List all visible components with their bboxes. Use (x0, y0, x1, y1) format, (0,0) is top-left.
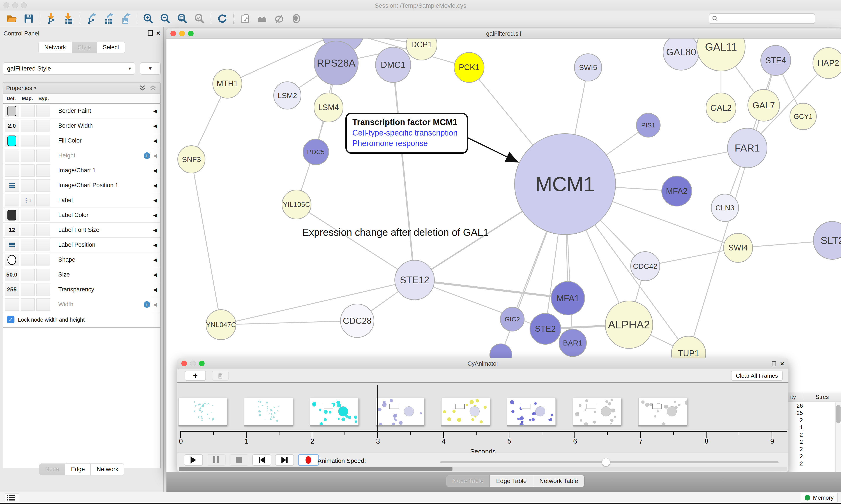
frame-thumbnail-8[interactable] (639, 398, 687, 426)
property-row-border-paint[interactable]: Border Paint ◀ (3, 104, 160, 119)
network-node-lsm4[interactable]: LSM4 (314, 93, 343, 122)
hide-graphics-icon[interactable] (272, 12, 287, 25)
network-node-dmc1[interactable]: DMC1 (375, 47, 411, 83)
mapping-cell[interactable] (21, 239, 35, 251)
ellipse-shape-icon[interactable] (7, 255, 16, 265)
default-cell[interactable] (5, 299, 19, 311)
mapping-cell[interactable] (21, 269, 35, 281)
tab-style[interactable]: Style (72, 41, 97, 53)
frame-thumbnail-4[interactable] (376, 398, 424, 426)
collapse-arrow-icon[interactable]: ◀ (153, 167, 157, 174)
clear-all-frames-button[interactable]: Clear All Frames (731, 371, 783, 381)
scrollbar-thumb[interactable] (836, 405, 841, 424)
annotation-link-1[interactable]: Cell-type-specific transcription (352, 128, 461, 138)
default-cell[interactable]: 12 (5, 224, 19, 236)
table-cell[interactable]: 2 (788, 446, 835, 453)
network-node-rps28a[interactable]: RPS28A (314, 41, 359, 85)
tab-node[interactable]: Node (39, 464, 65, 475)
info-icon[interactable]: i (144, 301, 150, 308)
export-network-icon[interactable] (84, 12, 99, 25)
float-panel-icon[interactable] (148, 30, 153, 36)
network-node-ste12[interactable]: STE12 (394, 260, 435, 300)
table-cell[interactable]: 1 (788, 424, 835, 431)
default-value[interactable]: 2.0 (8, 122, 16, 129)
expand-collapse-icons[interactable] (139, 85, 157, 91)
tab-network-table[interactable]: Network Table (533, 475, 585, 487)
close-panel-icon[interactable]: × (156, 30, 160, 36)
play-button[interactable] (184, 454, 203, 466)
property-row-image-chart-1[interactable]: Image/Chart 1 ◀ (3, 163, 160, 178)
bypass-cell[interactable] (36, 179, 50, 192)
close-panel-icon[interactable]: × (780, 361, 784, 366)
table-header-row[interactable]: ity Stres (788, 392, 841, 402)
save-icon[interactable] (21, 12, 36, 25)
info-icon[interactable]: i (144, 152, 150, 159)
network-node-mth1[interactable]: MTH1 (212, 69, 242, 98)
mapping-icon[interactable]: ⋮› (23, 197, 32, 204)
bypass-cell[interactable] (36, 254, 50, 266)
bypass-cell[interactable] (36, 209, 50, 221)
frame-thumbnail-5[interactable] (441, 398, 490, 426)
annotation-link-2[interactable]: Pheromone response (352, 139, 461, 148)
mapping-cell[interactable] (21, 299, 35, 311)
network-node-bar1[interactable]: BAR1 (559, 329, 587, 357)
show-panels-button[interactable] (5, 493, 19, 502)
collapse-arrow-icon[interactable]: ◀ (153, 138, 157, 144)
default-cell[interactable]: 2.0 (5, 120, 19, 132)
bypass-cell[interactable] (36, 284, 50, 296)
table-cell[interactable]: 26 (788, 402, 835, 410)
search-box[interactable] (709, 13, 815, 24)
network-node-ynl047c[interactable]: YNL047C (205, 309, 236, 340)
frame-thumbnail-6[interactable] (507, 398, 556, 426)
table-cell[interactable]: 2 (788, 453, 835, 460)
default-cell[interactable]: 255 (5, 284, 19, 296)
frame-thumbnail-7[interactable] (573, 398, 621, 426)
network-node-gal2[interactable]: GAL2 (706, 93, 736, 123)
bypass-cell[interactable] (36, 120, 50, 132)
network-node-snf3[interactable]: SNF3 (177, 145, 205, 174)
collapse-arrow-icon[interactable]: ◀ (153, 197, 157, 203)
network-node-lsm2[interactable]: LSM2 (273, 82, 301, 109)
default-cell[interactable]: 50.0 (5, 269, 19, 281)
default-cell[interactable] (5, 105, 19, 117)
properties-header[interactable]: Properties ▾ (3, 83, 160, 94)
checkbox-checked-icon[interactable]: ✓ (7, 316, 15, 323)
tab-node-table[interactable]: Node Table (446, 475, 490, 487)
network-node-gcy1[interactable]: GCY1 (789, 103, 817, 130)
position-icon[interactable] (9, 242, 15, 247)
network-node-swi4[interactable]: SWI4 (723, 233, 753, 263)
refresh-icon[interactable] (215, 12, 230, 25)
collapse-arrow-icon[interactable]: ◀ (153, 302, 157, 308)
table-column-ity[interactable]: ity (788, 394, 803, 400)
tab-edge[interactable]: Edge (65, 464, 91, 475)
property-row-fill-color[interactable]: Fill Color ◀ (3, 133, 160, 148)
open-folder-icon[interactable] (4, 12, 19, 25)
default-cell[interactable] (5, 179, 19, 192)
property-row-width[interactable]: Width i ◀ (3, 297, 160, 312)
property-row-height[interactable]: Height i ◀ (3, 148, 160, 163)
network-node-ste2[interactable]: STE2 (530, 313, 561, 345)
bypass-cell[interactable] (36, 194, 50, 206)
tab-network[interactable]: Network (91, 464, 124, 475)
collapse-arrow-icon[interactable]: ◀ (153, 123, 157, 129)
collapse-arrow-icon[interactable]: ◀ (153, 242, 157, 248)
show-graphics-icon[interactable] (289, 12, 304, 25)
mapping-cell[interactable] (21, 134, 35, 147)
network-node-gal7[interactable]: GAL7 (748, 89, 780, 122)
table-cell[interactable]: 2 (788, 431, 835, 438)
memory-indicator[interactable]: Memory (801, 493, 838, 502)
bypass-cell[interactable] (36, 224, 50, 236)
table-vertical-scrollbar[interactable] (835, 402, 841, 472)
float-panel-icon[interactable] (772, 361, 776, 366)
color-swatch[interactable] (7, 136, 16, 146)
color-swatch[interactable] (7, 210, 16, 220)
zoom-out-icon[interactable] (158, 12, 173, 25)
add-frame-button[interactable]: + (185, 371, 206, 381)
position-icon[interactable] (9, 183, 15, 187)
mapping-cell[interactable] (21, 149, 35, 162)
bypass-cell[interactable] (36, 149, 50, 162)
search-input[interactable] (720, 15, 815, 22)
default-value[interactable]: 255 (7, 286, 16, 293)
collapse-arrow-icon[interactable]: ◀ (153, 227, 157, 233)
collapse-arrow-icon[interactable]: ◀ (153, 212, 157, 218)
